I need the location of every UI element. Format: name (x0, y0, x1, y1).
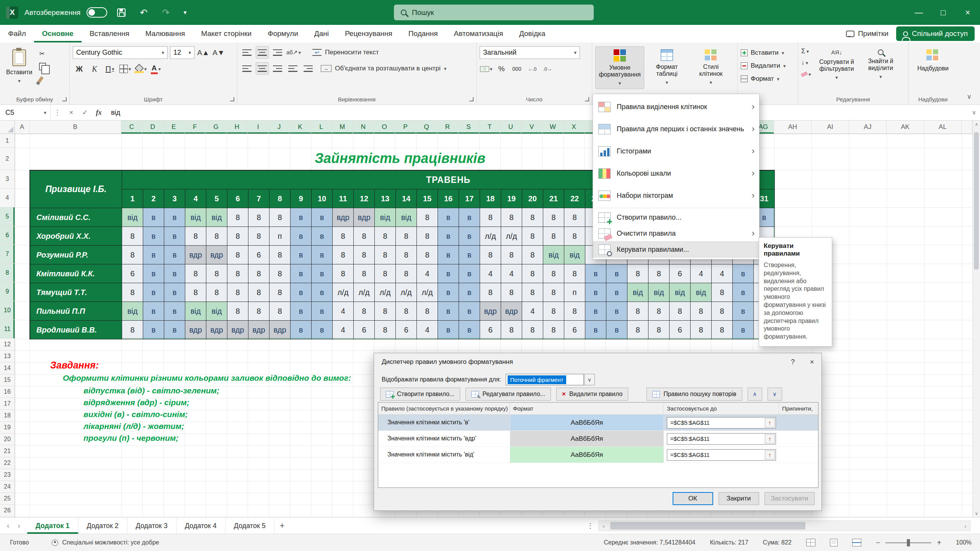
table-cell[interactable]: в (164, 227, 185, 246)
view-normal-icon[interactable] (806, 539, 815, 546)
table-cell[interactable]: 4 (417, 264, 438, 283)
table-cell[interactable]: 8 (543, 283, 564, 302)
table-cell[interactable]: в (143, 246, 164, 264)
view-page-layout-icon[interactable] (830, 539, 838, 546)
table-cell[interactable]: п (270, 227, 291, 246)
rule-range-input[interactable]: =$C$5:$AG$11↑ (667, 449, 776, 461)
table-cell[interactable]: в (606, 302, 627, 321)
table-cell[interactable]: в (164, 246, 185, 264)
table-cell[interactable]: в (585, 264, 606, 283)
table-cell[interactable]: 8 (248, 227, 270, 246)
delete-rule-button[interactable]: ×Видалити правило (556, 388, 628, 401)
merge-center-button[interactable]: Об'єднати та розташувати в центрі ▾ (321, 62, 446, 75)
table-cell[interactable]: 8 (270, 246, 291, 264)
table-cell[interactable]: 8 (501, 283, 522, 302)
table-cell[interactable]: 8 (227, 208, 248, 227)
table-cell[interactable]: 8 (354, 227, 375, 246)
table-cell[interactable]: вдр (480, 302, 501, 321)
column-header-W[interactable]: W (542, 121, 564, 134)
table-row-name[interactable]: Сміливий С.С. (30, 208, 122, 227)
table-cell[interactable]: 8 (691, 321, 712, 339)
table-cell[interactable]: в (312, 208, 333, 227)
row-header-11[interactable]: 11 (0, 320, 15, 339)
apply-button[interactable]: Застосувати (764, 492, 815, 505)
menu-item-icon-sets[interactable]: Набори піктограм› (593, 184, 759, 207)
scope-combo[interactable]: Поточний фрагмент ∨ (506, 374, 584, 385)
table-cell[interactable]: 4 (522, 302, 543, 321)
alignment-dialog-launcher[interactable] (469, 97, 474, 101)
borders-button[interactable]: ▾ (119, 63, 132, 75)
font-size-combo[interactable]: 12 ▾ (170, 46, 194, 59)
table-cell[interactable]: в (164, 208, 185, 227)
row-header-14[interactable]: 14 (0, 362, 15, 374)
find-select-button[interactable]: Знайти й виділити ▾ (861, 46, 901, 83)
rule-row[interactable]: Значення клітинки містить 'вдр'АаВбБбЯя=… (378, 431, 818, 447)
fill-color-button[interactable]: ▾ (134, 63, 147, 75)
accessibility-status[interactable]: Спеціальні можливості: усе добре (52, 539, 159, 546)
table-cell[interactable]: 4 (501, 264, 522, 283)
table-cell[interactable]: в (438, 302, 459, 321)
table-cell[interactable]: в (312, 283, 333, 302)
table-cell[interactable]: 8 (417, 302, 438, 321)
align-top-button[interactable] (240, 46, 253, 59)
column-header-V[interactable]: V (521, 121, 542, 134)
decrease-indent-button[interactable] (286, 62, 299, 75)
table-cell[interactable]: від (543, 246, 564, 264)
menu-item-data-bars[interactable]: Гістограми› (593, 140, 759, 162)
table-cell[interactable]: 8 (627, 302, 648, 321)
quick-access-chevron[interactable]: ▾ (180, 5, 190, 21)
table-cell[interactable]: л/д (375, 283, 396, 302)
scroll-left-arrow[interactable]: ‹ (599, 523, 609, 529)
table-cell[interactable]: вдр (354, 208, 375, 227)
table-cell[interactable]: 8 (480, 283, 501, 302)
column-header-AL[interactable]: AL (924, 121, 962, 134)
row-header-7[interactable]: 7 (0, 245, 15, 264)
grow-font-button[interactable]: А▲ (197, 47, 210, 59)
table-cell[interactable]: 8 (648, 264, 670, 283)
table-cell[interactable]: в (459, 246, 480, 264)
table-cell[interactable]: 8 (354, 246, 375, 264)
rule-row[interactable]: Значення клітинки містить 'від'АаВбБбЯя=… (378, 447, 818, 463)
paste-button[interactable]: Вставити ▾ (3, 46, 35, 87)
table-cell[interactable]: в (312, 264, 333, 283)
row-header-24[interactable]: 24 (0, 481, 15, 493)
confirm-entry-button[interactable]: ✓ (78, 105, 92, 120)
share-button[interactable]: Спільний доступ (896, 26, 975, 41)
table-cell[interactable]: 8 (227, 264, 248, 283)
increase-decimal-button[interactable]: ←.0 (526, 63, 539, 75)
move-rule-up-button[interactable]: ∧ (748, 388, 762, 401)
conditional-formatting-button[interactable]: Умовне форматування ▾ (595, 46, 644, 89)
table-row-name[interactable]: Розумний Р.Р. (30, 246, 122, 264)
table-cell[interactable]: 8 (122, 227, 143, 246)
table-cell[interactable]: в (291, 302, 312, 321)
table-cell[interactable]: 8 (185, 227, 206, 246)
table-cell[interactable]: від (122, 302, 143, 321)
row-header-1[interactable]: 1 (0, 134, 15, 148)
percent-format-button[interactable]: % (495, 63, 508, 75)
column-header-D[interactable]: D (142, 121, 163, 134)
save-button[interactable] (113, 5, 129, 21)
row-header-8[interactable]: 8 (0, 264, 15, 282)
horizontal-scroll-thumb[interactable] (610, 522, 805, 530)
table-cell[interactable]: вдр (227, 321, 248, 339)
row-header-26[interactable]: 26 (0, 505, 15, 517)
table-cell[interactable]: в (459, 283, 480, 302)
move-rule-down-button[interactable]: ∨ (768, 388, 782, 401)
table-cell[interactable]: в (585, 302, 606, 321)
expand-formula-bar-button[interactable]: ∨ (972, 109, 976, 116)
sort-filter-button[interactable]: АЯ↓ Сортувати й фільтрувати ▾ (814, 46, 859, 83)
sheet-tab-Додаток 1[interactable]: Додаток 1 (27, 518, 78, 534)
table-cell[interactable]: 8 (248, 208, 270, 227)
view-page-break-icon[interactable] (852, 539, 861, 546)
row-header-9[interactable]: 9 (0, 282, 15, 301)
fill-button[interactable]: ↓▾ (801, 58, 811, 68)
table-cell[interactable]: 8 (712, 302, 733, 321)
font-name-combo[interactable]: Century Gothic ▾ (73, 46, 168, 59)
table-cell[interactable]: 8 (691, 302, 712, 321)
table-cell[interactable]: в (143, 321, 164, 339)
row-header-19[interactable]: 19 (0, 422, 15, 434)
table-cell[interactable]: 8 (185, 283, 206, 302)
row-header-20[interactable]: 20 (0, 434, 15, 445)
decrease-decimal-button[interactable]: .0→ (541, 63, 554, 75)
table-cell[interactable]: 8 (333, 227, 354, 246)
